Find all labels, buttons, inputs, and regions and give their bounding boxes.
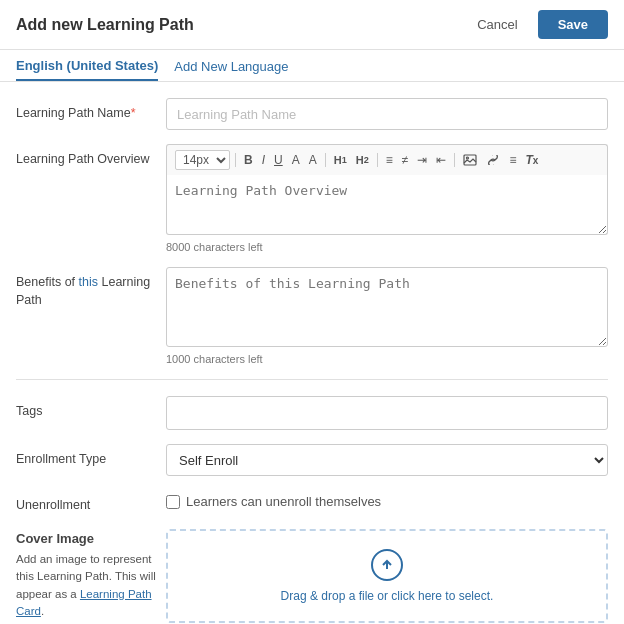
- unordered-list-button[interactable]: ≠: [399, 151, 412, 169]
- cover-image-label-block: Cover Image Add an image to represent th…: [16, 529, 166, 621]
- bg-color-button[interactable]: A: [306, 151, 320, 169]
- h2-button[interactable]: H2: [353, 152, 372, 168]
- outdent-button[interactable]: ⇤: [433, 151, 449, 169]
- path-name-control: [166, 98, 608, 130]
- header-actions: Cancel Save: [467, 10, 608, 39]
- cover-upload-text: Drag & drop a file or click here to sele…: [281, 589, 494, 603]
- save-button[interactable]: Save: [538, 10, 608, 39]
- overview-label: Learning Path Overview: [16, 144, 166, 169]
- enrollment-control: Self Enroll Invite Only Auto Enroll: [166, 444, 608, 476]
- path-name-label: Learning Path Name*: [16, 98, 166, 123]
- page-header: Add new Learning Path Cancel Save: [0, 0, 624, 50]
- page-title: Add new Learning Path: [16, 16, 194, 34]
- align-button[interactable]: ≡: [506, 151, 519, 169]
- cover-image-title: Cover Image: [16, 529, 166, 549]
- unenrollment-label: Unenrollment: [16, 490, 166, 515]
- benefits-link[interactable]: this: [79, 275, 98, 289]
- font-size-select[interactable]: 14px 12px 16px 18px: [175, 150, 230, 170]
- overview-textarea[interactable]: [166, 175, 608, 235]
- unenrollment-checkbox[interactable]: [166, 495, 180, 509]
- svg-point-1: [467, 157, 469, 159]
- enrollment-label: Enrollment Type: [16, 444, 166, 469]
- overview-row: Learning Path Overview 14px 12px 16px 18…: [16, 144, 608, 253]
- h1-button[interactable]: H1: [331, 152, 350, 168]
- indent-button[interactable]: ⇥: [414, 151, 430, 169]
- path-name-input[interactable]: [166, 98, 608, 130]
- cancel-button[interactable]: Cancel: [467, 11, 527, 38]
- italic-button[interactable]: I: [259, 151, 268, 169]
- toolbar-sep-1: [235, 153, 236, 167]
- benefits-label: Benefits of this Learning Path: [16, 267, 166, 309]
- link-button[interactable]: [483, 153, 503, 167]
- benefits-char-count: 1000 characters left: [166, 353, 608, 365]
- tags-input[interactable]: [173, 399, 601, 427]
- unenrollment-checkbox-label: Learners can unenroll themselves: [186, 494, 381, 509]
- cover-image-desc: Add an image to represent this Learning …: [16, 551, 166, 620]
- language-tabs: English (United States) Add New Language: [0, 50, 624, 82]
- overview-char-count: 8000 characters left: [166, 241, 608, 253]
- toolbar-sep-2: [325, 153, 326, 167]
- unenrollment-control: Learners can unenroll themselves: [166, 490, 608, 509]
- cover-image-control: Drag & drop a file or click here to sele…: [166, 529, 608, 623]
- font-color-button[interactable]: A: [289, 151, 303, 169]
- cover-image-link[interactable]: Learning Path Card: [16, 588, 152, 617]
- unenrollment-checkbox-row: Learners can unenroll themselves: [166, 494, 608, 509]
- toolbar-sep-3: [377, 153, 378, 167]
- benefits-row: Benefits of this Learning Path 1000 char…: [16, 267, 608, 365]
- image-button[interactable]: [460, 152, 480, 168]
- enrollment-select[interactable]: Self Enroll Invite Only Auto Enroll: [166, 444, 608, 476]
- tab-add-language[interactable]: Add New Language: [174, 59, 288, 80]
- section-divider: [16, 379, 608, 380]
- enrollment-row: Enrollment Type Self Enroll Invite Only …: [16, 444, 608, 476]
- path-name-row: Learning Path Name*: [16, 98, 608, 130]
- benefits-control: 1000 characters left: [166, 267, 608, 365]
- tags-control: [166, 396, 608, 430]
- overview-control: 14px 12px 16px 18px B I U A A H1 H2 ≡: [166, 144, 608, 253]
- tags-label: Tags: [16, 396, 166, 421]
- cover-upload-icon: [371, 549, 403, 581]
- cover-image-row: Cover Image Add an image to represent th…: [16, 529, 608, 623]
- underline-button[interactable]: U: [271, 151, 286, 169]
- toolbar-sep-4: [454, 153, 455, 167]
- tab-english[interactable]: English (United States): [16, 58, 158, 81]
- benefits-textarea[interactable]: [166, 267, 608, 347]
- tags-row: Tags: [16, 396, 608, 430]
- clear-format-button[interactable]: Tx: [522, 151, 541, 169]
- ordered-list-button[interactable]: ≡: [383, 151, 396, 169]
- cover-image-upload[interactable]: Drag & drop a file or click here to sele…: [166, 529, 608, 623]
- rte-toolbar: 14px 12px 16px 18px B I U A A H1 H2 ≡: [166, 144, 608, 175]
- unenrollment-row: Unenrollment Learners can unenroll thems…: [16, 490, 608, 515]
- form-body: Learning Path Name* Learning Path Overvi…: [0, 82, 624, 624]
- bold-button[interactable]: B: [241, 151, 256, 169]
